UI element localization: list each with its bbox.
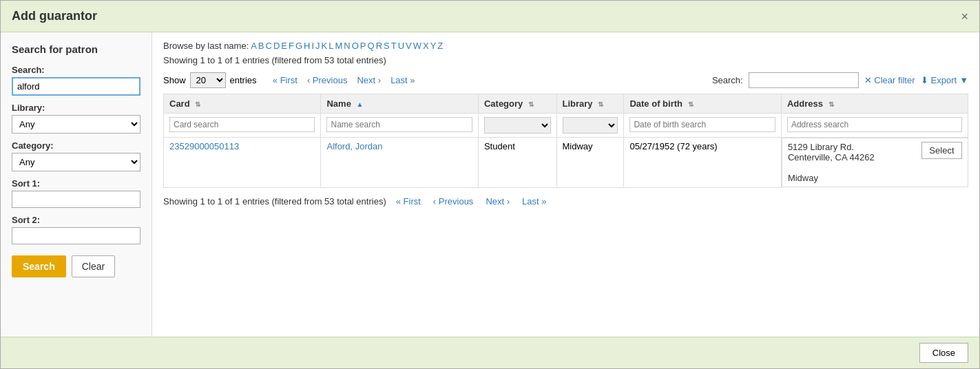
col-category-sort-icon[interactable]: ⇅ (528, 101, 534, 108)
alphabet-letter-h[interactable]: H (304, 41, 310, 51)
col-name-sort-icon[interactable]: ▲ (357, 101, 364, 108)
row-name-cell: Alford, Jordan (321, 138, 478, 188)
sort2-label: Sort 2: (12, 215, 140, 225)
show-entries-select[interactable]: 20 10 50 100 (190, 72, 226, 88)
table-search-label: Search: (712, 75, 743, 85)
result-info-bottom: Showing 1 to 1 of 1 entries (filtered fr… (163, 196, 386, 207)
alphabet-letter-z[interactable]: Z (437, 41, 443, 51)
filter-address-input[interactable] (787, 117, 962, 132)
search-input[interactable] (12, 77, 140, 96)
table-row: 23529000050113 Alford, Jordan Student Mi… (164, 138, 968, 188)
first-page-button[interactable]: « First (270, 74, 300, 87)
alphabet-letter-y[interactable]: Y (430, 41, 437, 51)
alphabet-letter-q[interactable]: Q (368, 41, 375, 51)
alphabet-letter-s[interactable]: S (384, 41, 390, 51)
alphabet-letter-f[interactable]: F (289, 41, 294, 51)
table-controls-right: Search: ✕ Clear filter ⬇ Export ▼ (712, 72, 968, 88)
sort1-field-group: Sort 1: (12, 178, 140, 208)
alphabet-letter-r[interactable]: R (376, 41, 382, 51)
card-link[interactable]: 23529000050113 (169, 141, 239, 151)
library-label: Library: (12, 103, 140, 113)
filter-card-cell (164, 114, 321, 138)
alphabet-letter-v[interactable]: V (406, 41, 412, 51)
alphabet-letter-b[interactable]: B (258, 41, 264, 51)
alphabet-letter-p[interactable]: P (360, 41, 366, 51)
bottom-first-button[interactable]: « First (393, 195, 424, 208)
col-header-address: Address ⇅ (781, 94, 968, 114)
alphabet-letter-t[interactable]: T (391, 41, 397, 51)
col-dob-sort-icon[interactable]: ⇅ (688, 101, 694, 108)
modal-close-button[interactable]: × (961, 10, 968, 23)
alphabet-letter-d[interactable]: D (273, 41, 280, 51)
entries-label: entries (230, 75, 257, 85)
col-header-card: Card ⇅ (164, 94, 321, 114)
sort1-label: Sort 1: (12, 178, 140, 189)
modal-title: Add guarantor (12, 9, 97, 23)
prev-page-button[interactable]: ‹ Previous (304, 74, 351, 87)
row-category-cell: Student (478, 138, 556, 188)
col-address-sort-icon[interactable]: ⇅ (828, 101, 834, 108)
alphabet-letter-i[interactable]: I (311, 41, 314, 51)
name-link[interactable]: Alford, Jordan (326, 141, 382, 151)
table-search-input[interactable] (749, 72, 859, 88)
alphabet-letter-m[interactable]: M (335, 41, 342, 51)
category-field-group: Category: Any (12, 140, 140, 171)
search-button[interactable]: Search (12, 255, 66, 277)
modal-footer: Close (1, 337, 979, 368)
table-controls: Show 20 10 50 100 entries « First ‹ Prev… (163, 72, 968, 88)
modal-body: Search for patron Search: Library: Any C… (1, 32, 979, 337)
alphabet-letter-x[interactable]: X (423, 41, 429, 51)
col-card-sort-icon[interactable]: ⇅ (195, 101, 200, 108)
alphabet-letter-n[interactable]: N (344, 41, 350, 51)
alphabet-links: ABCDEFGHIJKLMNOPQRSTUVWXYZ (251, 41, 444, 51)
filter-library-select[interactable] (563, 117, 618, 134)
filter-dob-input[interactable] (629, 117, 775, 132)
sort2-input[interactable] (12, 227, 140, 244)
alphabet-letter-k[interactable]: K (322, 41, 328, 51)
col-library-sort-icon[interactable]: ⇅ (598, 101, 603, 108)
alphabet-letter-e[interactable]: E (281, 41, 287, 51)
filter-dob-cell (624, 114, 781, 138)
alphabet-letter-c[interactable]: C (266, 41, 272, 51)
sort1-input[interactable] (12, 191, 140, 208)
alphabet-letter-o[interactable]: O (352, 41, 359, 51)
row-card-cell: 23529000050113 (164, 138, 321, 188)
table-header-row: Card ⇅ Name ▲ Category ⇅ Library (164, 94, 968, 114)
close-button[interactable]: Close (919, 343, 968, 363)
col-address-label: Address (787, 98, 823, 109)
row-address-cell: 5129 Library Rd.Centerville, CA 44262Mid… (782, 138, 968, 187)
next-page-button[interactable]: Next › (354, 74, 384, 87)
alphabet-letter-l[interactable]: L (329, 41, 333, 51)
col-header-category: Category ⇅ (478, 94, 556, 114)
alphabet-letter-u[interactable]: U (398, 41, 404, 51)
search-label: Search: (12, 65, 140, 75)
filter-category-select[interactable] (484, 117, 551, 134)
address-text: 5129 Library Rd.Centerville, CA 44262Mid… (788, 142, 875, 183)
library-field-group: Library: Any (12, 103, 140, 134)
search-sidebar: Search for patron Search: Library: Any C… (1, 32, 152, 337)
bottom-prev-button[interactable]: ‹ Previous (430, 195, 477, 208)
filter-card-input[interactable] (169, 117, 315, 132)
col-card-label: Card (169, 98, 190, 109)
export-button[interactable]: ⬇ Export ▼ (921, 75, 968, 85)
library-select[interactable]: Any (12, 115, 140, 134)
alphabet-letter-a[interactable]: A (251, 41, 257, 51)
export-label: Export (931, 75, 957, 85)
clear-filter-button[interactable]: ✕ Clear filter (864, 75, 915, 85)
clear-button[interactable]: Clear (72, 255, 115, 277)
last-page-button[interactable]: Last » (388, 74, 417, 87)
alphabet-letter-j[interactable]: J (315, 41, 320, 51)
category-select[interactable]: Any (12, 153, 140, 171)
col-dob-label: Date of birth (629, 98, 682, 109)
select-patron-button[interactable]: Select (921, 142, 961, 159)
alphabet-letter-g[interactable]: G (295, 41, 302, 51)
col-header-library: Library ⇅ (556, 94, 624, 114)
filter-name-input[interactable] (326, 117, 472, 132)
alphabet-letter-w[interactable]: W (413, 41, 421, 51)
bottom-last-button[interactable]: Last » (519, 195, 549, 208)
search-field-group: Search: (12, 65, 140, 96)
export-caret-icon: ▼ (959, 75, 968, 85)
bottom-next-button[interactable]: Next › (483, 195, 512, 208)
filter-name-cell (321, 114, 478, 138)
row-dob-cell: 05/27/1952 (72 years) (624, 138, 781, 188)
